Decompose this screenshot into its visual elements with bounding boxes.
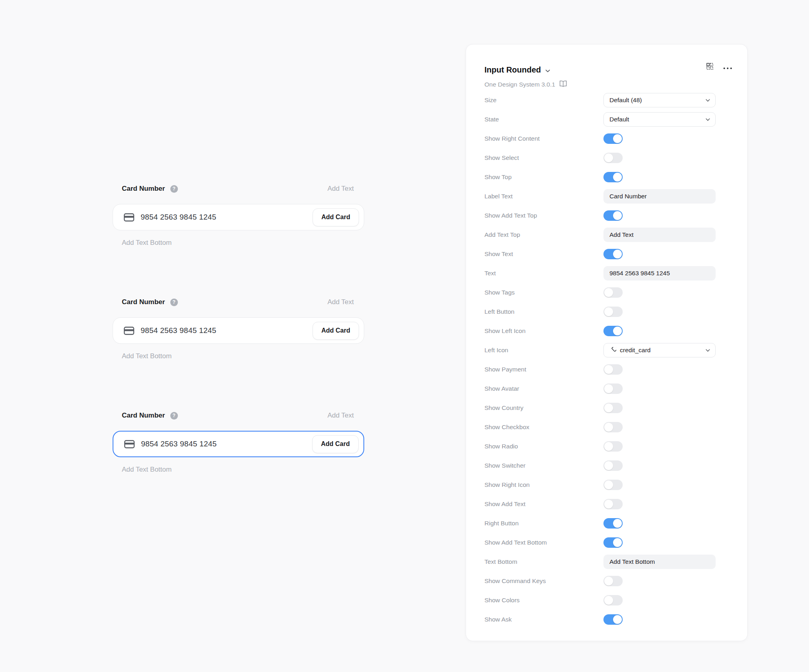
prop-label-show-text: Show Text bbox=[484, 250, 603, 258]
show-select-toggle[interactable] bbox=[603, 153, 623, 163]
input-top-row: Card NumberAdd Text bbox=[122, 184, 354, 194]
label-text-input[interactable]: Card Number bbox=[603, 189, 716, 204]
size-select[interactable]: Default (48) bbox=[603, 93, 716, 107]
add-text-top: Add Text bbox=[327, 298, 354, 306]
card-number-component-3: Card NumberAdd Text9854 2563 9845 1245Ad… bbox=[113, 410, 364, 482]
input-top-row: Card NumberAdd Text bbox=[122, 410, 354, 421]
show-add-text-toggle[interactable] bbox=[603, 499, 623, 509]
input-label: Card Number bbox=[122, 185, 165, 193]
left-icon-select-value: credit_card bbox=[620, 347, 651, 354]
prop-row-show-country: Show Country bbox=[466, 398, 747, 418]
prop-label-state: State bbox=[484, 116, 603, 123]
toggle-knob bbox=[613, 134, 622, 143]
toggle-knob bbox=[604, 442, 613, 451]
prop-row-show-tags: Show Tags bbox=[466, 283, 747, 302]
show-add-text-bottom-toggle[interactable] bbox=[603, 537, 623, 548]
show-left-icon-toggle[interactable] bbox=[603, 326, 623, 336]
toggle-knob bbox=[604, 384, 613, 393]
toggle-knob bbox=[613, 173, 622, 182]
show-top-toggle[interactable] bbox=[603, 172, 623, 182]
show-add-text-top-toggle[interactable] bbox=[603, 210, 623, 221]
show-country-toggle[interactable] bbox=[603, 403, 623, 413]
panel-rows: SizeDefault (48)StateDefaultShow Right C… bbox=[466, 91, 747, 629]
prop-label-show-add-text-bottom: Show Add Text Bottom bbox=[484, 539, 603, 546]
show-right-icon-toggle[interactable] bbox=[603, 480, 623, 490]
card-number-input[interactable]: 9854 2563 9845 1245Add Card bbox=[113, 317, 364, 344]
toggle-knob bbox=[604, 596, 613, 605]
left-icon-select[interactable]: credit_card bbox=[603, 343, 716, 357]
show-text-toggle[interactable] bbox=[603, 249, 623, 259]
toggle-knob bbox=[604, 500, 613, 509]
show-switcher-toggle[interactable] bbox=[603, 460, 623, 471]
show-avatar-toggle[interactable] bbox=[603, 383, 623, 394]
input-label: Card Number bbox=[122, 298, 165, 306]
prop-label-right-button: Right Button bbox=[484, 520, 603, 527]
prop-row-text-bottom: Text BottomAdd Text Bottom bbox=[466, 552, 747, 571]
help-icon[interactable] bbox=[170, 185, 178, 193]
design-system-row: One Design System 3.0.1 bbox=[484, 81, 567, 89]
state-select[interactable]: Default bbox=[603, 112, 716, 127]
text-input[interactable]: 9854 2563 9845 1245 bbox=[603, 266, 716, 281]
prop-row-show-radio: Show Radio bbox=[466, 437, 747, 456]
add-card-button[interactable]: Add Card bbox=[312, 435, 359, 453]
prop-label-show-left-icon: Show Left Icon bbox=[484, 327, 603, 335]
prop-label-show-country: Show Country bbox=[484, 404, 603, 412]
show-tags-toggle[interactable] bbox=[603, 287, 623, 298]
toggle-knob bbox=[604, 153, 613, 162]
right-button-toggle[interactable] bbox=[603, 518, 623, 529]
help-icon[interactable] bbox=[170, 412, 178, 420]
prop-row-show-text: Show Text bbox=[466, 244, 747, 264]
help-icon[interactable] bbox=[170, 299, 178, 306]
prop-row-show-add-text: Show Add Text bbox=[466, 494, 747, 514]
left-button-toggle[interactable] bbox=[603, 307, 623, 317]
show-radio-toggle[interactable] bbox=[603, 441, 623, 452]
text-bottom-input[interactable]: Add Text Bottom bbox=[603, 555, 716, 569]
chevron-down-icon bbox=[706, 99, 710, 102]
prop-label-show-payment: Show Payment bbox=[484, 366, 603, 373]
card-number-component-1: Card NumberAdd Text9854 2563 9845 1245Ad… bbox=[113, 184, 364, 256]
show-command-keys-toggle[interactable] bbox=[603, 576, 623, 586]
chevron-down-icon bbox=[706, 349, 710, 352]
toggle-knob bbox=[604, 480, 613, 489]
show-right-content-toggle[interactable] bbox=[603, 133, 623, 144]
input-top-row: Card NumberAdd Text bbox=[122, 297, 354, 307]
show-checkbox-toggle[interactable] bbox=[603, 422, 623, 432]
prop-row-show-ask: Show Ask bbox=[466, 610, 747, 629]
prop-row-show-top: Show Top bbox=[466, 167, 747, 187]
add-card-button[interactable]: Add Card bbox=[313, 208, 359, 226]
prop-label-show-colors: Show Colors bbox=[484, 597, 603, 604]
toggle-knob bbox=[604, 365, 613, 374]
toggle-knob bbox=[604, 404, 613, 412]
prop-label-show-checkbox: Show Checkbox bbox=[484, 424, 603, 431]
component-title-row[interactable]: Input Rounded bbox=[484, 65, 550, 75]
card-number-input[interactable]: 9854 2563 9845 1245Add Card bbox=[113, 204, 364, 230]
prop-label-show-right-icon: Show Right Icon bbox=[484, 481, 603, 488]
size-select-value: Default (48) bbox=[609, 97, 642, 104]
prop-row-left-button: Left Button bbox=[466, 302, 747, 321]
input-label: Card Number bbox=[122, 412, 165, 420]
card-number-input-focused[interactable]: 9854 2563 9845 1245Add Card bbox=[113, 431, 364, 457]
prop-label-left-button: Left Button bbox=[484, 308, 603, 315]
add-text-bottom: Add Text Bottom bbox=[122, 466, 171, 474]
toggle-knob bbox=[604, 288, 613, 297]
more-icon[interactable] bbox=[723, 64, 732, 71]
toggle-knob bbox=[604, 577, 613, 585]
prop-row-left-icon: Left Iconcredit_card bbox=[466, 341, 747, 360]
show-payment-toggle[interactable] bbox=[603, 364, 623, 375]
add-text-top-input[interactable]: Add Text bbox=[603, 228, 716, 242]
show-ask-toggle[interactable] bbox=[603, 614, 623, 625]
prop-label-show-command-keys: Show Command Keys bbox=[484, 577, 603, 585]
component-variants-icon[interactable] bbox=[706, 63, 713, 71]
prop-row-show-right-content: Show Right Content bbox=[466, 129, 747, 148]
toggle-knob bbox=[613, 538, 622, 547]
prop-row-add-text-top: Add Text TopAdd Text bbox=[466, 225, 747, 244]
credit-card-icon bbox=[124, 327, 134, 335]
prop-label-add-text-top: Add Text Top bbox=[484, 231, 603, 238]
toggle-knob bbox=[613, 250, 622, 258]
prop-row-show-colors: Show Colors bbox=[466, 591, 747, 610]
book-icon[interactable] bbox=[559, 81, 567, 89]
prop-row-show-switcher: Show Switcher bbox=[466, 456, 747, 475]
add-card-button[interactable]: Add Card bbox=[313, 322, 359, 340]
show-colors-toggle[interactable] bbox=[603, 595, 623, 605]
prop-row-show-right-icon: Show Right Icon bbox=[466, 475, 747, 494]
